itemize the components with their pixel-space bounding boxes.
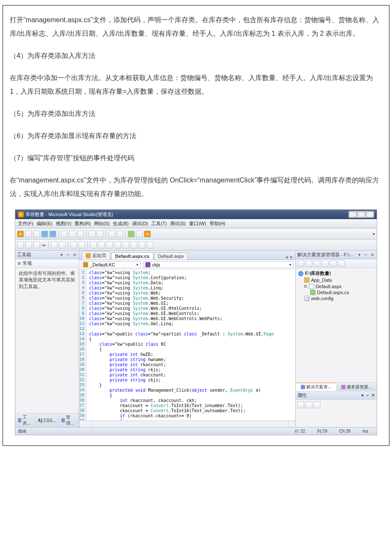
view-code-icon[interactable] — [330, 260, 337, 267]
tab-server-explorer[interactable]: 服务器资源... — [336, 383, 377, 391]
tb-icon[interactable] — [114, 242, 121, 249]
status-col: 列 29 — [311, 428, 333, 434]
tb-icon[interactable] — [25, 242, 32, 249]
bookmark-icon[interactable] — [90, 242, 97, 249]
toolbox-panel[interactable]: 工具箱 ▾ ⫟ ✕ ⊟ 常规 此组中没有可用的控件。将某项拖至此文本可将其添加到… — [15, 251, 79, 427]
tab-solution-explorer[interactable]: 解决方案资... — [296, 383, 336, 391]
text-editor-toolbar[interactable]: A▸ — [15, 240, 377, 251]
cut-icon[interactable] — [61, 231, 68, 237]
paste-icon[interactable] — [77, 231, 84, 237]
minimize-button[interactable]: — — [349, 211, 357, 217]
tb-icon[interactable] — [33, 242, 40, 249]
properties-pin-controls[interactable]: ▾ ⫟ ✕ — [361, 393, 375, 398]
save-icon[interactable] — [41, 231, 48, 237]
chevron-down-icon[interactable]: ▾ — [289, 263, 291, 267]
menu-edit[interactable]: 编辑(E) — [37, 220, 52, 227]
toolbox-pin-controls[interactable]: ▾ ⫟ ✕ — [61, 252, 77, 257]
menu-file[interactable]: 文件(F) — [18, 220, 33, 227]
property-pages-icon[interactable] — [314, 402, 320, 408]
tab-strip-controls[interactable]: ▾ ✕ — [286, 255, 293, 260]
default-aspx-node[interactable]: ⊟ Default.aspx — [298, 283, 374, 289]
code-lines[interactable]: class="kw">using System; class="kw">usin… — [86, 269, 295, 420]
add-item-icon[interactable] — [33, 231, 40, 237]
properties-toolbar[interactable] — [296, 400, 377, 410]
tab-default-aspx[interactable]: Default.aspx — [154, 252, 188, 260]
tb-icon[interactable] — [106, 242, 113, 249]
indent-icon[interactable] — [59, 242, 66, 249]
menu-debug[interactable]: 调试(D) — [132, 220, 148, 227]
menu-help[interactable]: 帮助(H) — [210, 220, 225, 227]
menu-view[interactable]: 视图(V) — [56, 220, 72, 227]
tb-icon[interactable] — [122, 242, 129, 249]
toolbox-general-group[interactable]: ⊟ 常规 — [15, 259, 79, 268]
maximize-button[interactable]: ▭ — [357, 211, 365, 217]
chevron-down-icon[interactable]: ▾ — [136, 263, 138, 267]
close-button[interactable]: ✕ — [366, 211, 374, 217]
copy-website-icon[interactable] — [338, 260, 345, 267]
refresh-icon[interactable] — [306, 260, 312, 267]
categorized-icon[interactable] — [297, 402, 304, 408]
nav-back-icon[interactable] — [108, 231, 115, 237]
menu-test[interactable]: 测试(S) — [170, 220, 186, 227]
menu-window[interactable]: 窗口(W) — [189, 220, 206, 227]
web-config-node[interactable]: web.config — [298, 295, 374, 301]
solution-explorer-toolbar[interactable] — [296, 259, 377, 268]
tab-server-label: 服务器资源... — [347, 384, 372, 390]
properties-icon[interactable] — [297, 260, 304, 267]
standard-toolbar[interactable]: ▾ — [15, 228, 377, 240]
alphabetical-icon[interactable] — [306, 402, 312, 408]
show-all-icon[interactable] — [322, 260, 329, 267]
left-tab-toolbox[interactable]: 工具... — [15, 413, 35, 427]
tb-icon[interactable] — [130, 242, 137, 249]
collapse-icon[interactable]: ⊟ — [18, 260, 21, 266]
outdent-icon[interactable] — [51, 242, 58, 249]
tab-default-cs[interactable]: Default.aspx.cs — [111, 252, 153, 260]
app-data-node[interactable]: App_Data — [298, 277, 374, 283]
left-tab-css[interactable]: A]CSS... — [35, 413, 59, 427]
member-selector[interactable]: ckjs ▾ — [143, 261, 294, 268]
tb-icon[interactable] — [98, 242, 105, 249]
save-all-icon[interactable] — [49, 231, 56, 237]
properties-header[interactable]: 属性 ▾ ⫟ ✕ — [296, 391, 377, 400]
new-project-icon[interactable] — [17, 231, 24, 237]
toolbar-dropdown-icon[interactable]: ▾ — [373, 232, 375, 236]
class-selector[interactable]: _Default.KC ▾ — [81, 261, 141, 268]
project-root-node[interactable]: F:\库存数量\ — [298, 270, 374, 277]
solution-explorer-pin-controls[interactable]: ▾ ⫟ ✕ — [358, 252, 375, 257]
menu-tools[interactable]: 工具(T) — [151, 220, 167, 227]
tb-icon[interactable] — [17, 242, 24, 249]
solution-explorer-header[interactable]: 解决方案资源管理器 - F:\... ▾ ⫟ ✕ — [296, 251, 377, 259]
copy-icon[interactable] — [69, 231, 76, 237]
tab-start-page[interactable]: 起始页 — [82, 251, 110, 260]
left-bottom-tab-strip[interactable]: 工具... A]CSS... 管理... — [15, 413, 79, 427]
nest-icon[interactable] — [314, 260, 320, 267]
start-debug-icon[interactable] — [128, 231, 135, 237]
horizontal-scrollbar[interactable] — [92, 421, 288, 427]
uncomment-icon[interactable] — [78, 242, 85, 249]
menu-website[interactable]: 网站(S) — [94, 220, 110, 227]
solution-tree[interactable]: F:\库存数量\ App_Data ⊟ Default.aspx Default… — [296, 268, 377, 382]
code-text-area[interactable]: 1 2 3 4 5 6 7 8 9 10 11 12 13 14 15 16 1… — [79, 269, 295, 420]
comment-icon[interactable] — [70, 242, 77, 249]
window-controls[interactable]: — ▭ ✕ — [349, 211, 374, 218]
default-aspx-cs-node[interactable]: Default.aspx.cs — [298, 289, 374, 295]
find-icon[interactable] — [144, 231, 151, 237]
stop-icon[interactable] — [136, 231, 143, 237]
tb-icon[interactable] — [147, 242, 153, 249]
menu-refactor[interactable]: 重构(R) — [75, 220, 90, 227]
undo-icon[interactable] — [89, 231, 95, 237]
toolbox-header[interactable]: 工具箱 ▾ ⫟ ✕ — [15, 251, 79, 259]
redo-icon[interactable] — [97, 231, 104, 237]
left-tab-manage[interactable]: 管理... — [59, 413, 79, 427]
nav-forward-icon[interactable] — [116, 231, 123, 237]
expand-icon[interactable]: ⊟ — [304, 283, 307, 289]
window-titlebar[interactable]: 库存数量 - Microsoft Visual Studio(管理员) — ▭ … — [15, 210, 377, 219]
open-icon[interactable] — [25, 231, 32, 237]
menu-build[interactable]: 生成(B) — [113, 220, 129, 227]
right-lower-tab-strip[interactable]: 解决方案资... 服务器资源... — [296, 382, 377, 391]
document-tab-strip[interactable]: 起始页 Default.aspx.cs Default.aspx ▾ ✕ — [79, 251, 295, 260]
solution-explorer-panel[interactable]: 解决方案资源管理器 - F:\... ▾ ⫟ ✕ F:\库存数量\ — [296, 251, 377, 427]
tb-icon[interactable] — [138, 242, 145, 249]
menu-bar[interactable]: 文件(F) 编辑(E) 视图(V) 重构(R) 网站(S) 生成(B) 调试(D… — [15, 219, 377, 228]
navigation-bar[interactable]: _Default.KC ▾ ckjs ▾ — [79, 260, 295, 269]
